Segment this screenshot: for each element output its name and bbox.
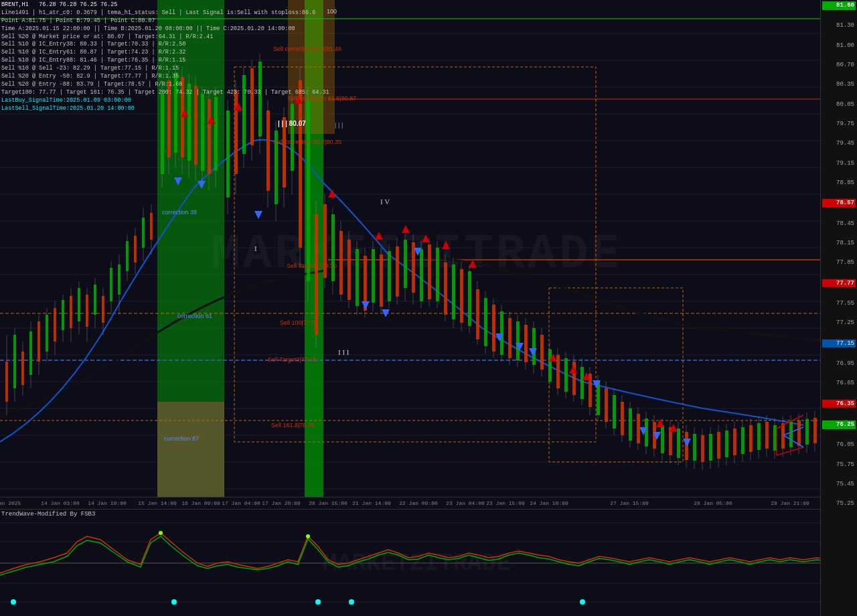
svg-rect-197 (717, 432, 720, 459)
svg-rect-135 (468, 271, 471, 326)
svg-rect-51 (134, 236, 137, 262)
svg-marker-252 (683, 439, 691, 447)
svg-rect-173 (621, 402, 624, 435)
sell-correction-382: Sell correction 38.2|80.35 (273, 139, 341, 145)
price-8070: 80.70 (822, 62, 856, 69)
svg-rect-55 (150, 213, 153, 240)
svg-point-269 (306, 534, 310, 538)
time-7: 20 Jan 15:00 (309, 500, 347, 506)
sell-1618: Sell 161.8|76.35 (271, 422, 315, 429)
chart-svg: I I V I I I | | | Sell correction 87.5|8… (0, 0, 834, 509)
svg-rect-27 (37, 321, 40, 362)
svg-rect-145 (508, 318, 512, 358)
svg-rect-129 (444, 262, 447, 315)
sell-correction-875: Sell correction 87.5|81.46 (273, 46, 341, 52)
svg-rect-67 (194, 86, 198, 165)
svg-marker-242 (254, 211, 262, 219)
price-7625: 76.25 (822, 420, 856, 429)
svg-rect-143 (500, 311, 503, 355)
time-2: 14 Jan 19:00 (88, 500, 127, 506)
sell-correction-618: Sell correction 61.8|80.87 (288, 95, 356, 102)
svg-rect-153 (540, 335, 544, 370)
svg-rect-163 (580, 367, 584, 399)
price-7785: 77.85 (822, 259, 856, 266)
time-9: 22 Jan 09:00 (399, 500, 438, 506)
svg-rect-175 (629, 408, 632, 441)
svg-rect-157 (556, 355, 560, 388)
svg-marker-243 (362, 301, 370, 309)
time-10: 23 Jan 04:00 (446, 500, 485, 506)
time-8: 21 Jan 14:00 (352, 500, 391, 506)
svg-rect-85 (266, 110, 270, 191)
svg-rect-159 (564, 358, 568, 392)
svg-marker-230 (375, 232, 383, 240)
price-7915: 79.15 (822, 160, 856, 167)
svg-rect-149 (524, 325, 528, 362)
price-7725: 77.25 (822, 319, 856, 327)
svg-rect-155 (548, 350, 552, 382)
svg-rect-205 (749, 425, 753, 452)
price-7525: 75.25 (822, 500, 856, 508)
svg-point-264 (171, 599, 177, 605)
svg-rect-33 (62, 300, 64, 330)
svg-rect-79 (242, 75, 246, 154)
time-5: 17 Jan 04:00 (222, 500, 260, 506)
svg-rect-19 (5, 362, 8, 402)
svg-rect-97 (315, 214, 318, 335)
indicator-axis (820, 509, 857, 616)
time-12: 24 Jan 10:00 (530, 500, 568, 506)
svg-marker-236 (569, 366, 577, 374)
svg-rect-29 (46, 315, 48, 352)
price-8007: | | | 80.07 (278, 120, 306, 127)
svg-marker-231 (402, 225, 410, 233)
svg-rect-151 (532, 328, 536, 365)
roman-1: I (254, 244, 257, 252)
svg-rect-133 (460, 269, 463, 323)
chart-container: MARKETZITRADE (0, 0, 857, 616)
svg-rect-113 (380, 254, 383, 307)
svg-rect-35 (70, 296, 72, 328)
svg-rect-107 (356, 249, 359, 306)
red-zone-bottom (157, 402, 224, 509)
time-0: 13 Jan 2025 (0, 500, 21, 506)
sell-target1: Sell Target1 |79.10 (287, 262, 337, 269)
price-8100: 81.00 (822, 42, 856, 50)
svg-rect-111 (372, 249, 375, 303)
price-8130: 81.30 (822, 22, 856, 29)
price-8035: 80.35 (822, 81, 856, 88)
candles-decline (323, 194, 833, 470)
svg-rect-81 (250, 68, 254, 145)
candles-left (5, 204, 153, 415)
svg-rect-49 (126, 241, 129, 271)
price-7755: 77.55 (822, 300, 856, 307)
ma-line-black (0, 258, 834, 415)
svg-marker-232 (422, 234, 430, 242)
svg-rect-209 (765, 422, 769, 449)
svg-rect-147 (516, 321, 520, 360)
svg-rect-59 (167, 80, 171, 157)
svg-rect-105 (347, 240, 351, 300)
svg-rect-21 (13, 335, 16, 388)
svg-rect-125 (428, 244, 431, 299)
svg-rect-43 (102, 296, 104, 323)
svg-rect-183 (661, 425, 664, 453)
svg-rect-47 (118, 264, 121, 295)
svg-rect-37 (78, 288, 80, 321)
label-100: 100 (327, 8, 337, 15)
price-7975: 79.75 (822, 121, 856, 128)
time-11: 23 Jan 15:00 (486, 500, 525, 506)
price-7857: 78.57 (822, 199, 856, 208)
svg-rect-215 (789, 422, 793, 447)
svg-rect-117 (396, 246, 399, 297)
price-7815: 78.15 (822, 240, 856, 247)
price-8005: 80.05 (822, 101, 856, 108)
svg-rect-169 (605, 388, 608, 422)
svg-rect-73 (214, 97, 218, 171)
roman-2: | | | (335, 121, 343, 129)
svg-rect-119 (404, 240, 407, 288)
svg-point-265 (315, 599, 321, 605)
svg-rect-75 (226, 110, 230, 198)
svg-rect-31 (54, 308, 56, 341)
time-1: 14 Jan 03:00 (41, 500, 80, 506)
price-7605: 76.05 (822, 441, 856, 449)
